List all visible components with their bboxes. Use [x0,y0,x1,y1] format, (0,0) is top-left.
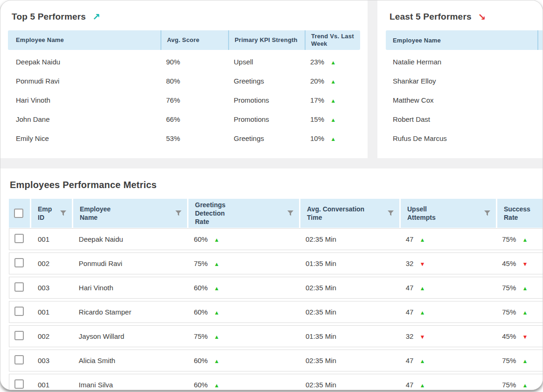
greetings-rate-value: 60% [194,381,208,389]
upsell-attempts-value: 47 [406,357,414,364]
upsell-attempts-cell: 47 ▲ [399,357,496,364]
success-rate-value: 45% [502,259,516,267]
employee-name-cell: Robert Dast [393,115,430,123]
avg-conversation-time-cell: 02:35 Min [299,357,399,364]
employee-name-cell: Deepak Naidu [72,235,188,243]
employee-name-cell: Matthew Cox [393,96,434,104]
trend-triangle-icon: ▲ [522,285,528,292]
metrics-table: Emp ID Employee Name Greetings Detection… [9,199,543,390]
success-rate-cell: 45% ▼ [495,259,543,267]
table-row: Emily Nice 53% Greetings 10% ▲ [8,129,360,148]
avg-conversation-time-cell: 02:35 Min [299,308,399,316]
table-row: Matthew Cox [386,91,535,110]
primary-kpi-cell: Promotions [228,115,305,123]
emp-id-cell: 003 [30,357,72,364]
trend-triangle-icon: ▲ [214,358,220,364]
trend-value: 20% [310,77,324,85]
checkbox-cell [9,282,30,293]
column-header-primary-kpi-strength: Primary KPI Strength [228,30,305,50]
primary-kpi-cell: Upsell [228,58,305,66]
row-checkbox[interactable] [14,307,24,316]
table-row: 002 Ponmudi Ravi 75% ▲ 01:35 Min 32 ▼ 45… [9,252,543,274]
success-rate-value: 75% [502,381,516,389]
avg-conversation-time-cell: 02:35 Min [299,381,399,389]
table-row: John Dane 66% Promotions 15% ▲ [8,110,360,129]
least-performers-table-body: Natalie Herman Shankar Elloy Matthew Cox… [386,50,535,148]
row-checkbox[interactable] [14,355,24,364]
emp-id-cell: 001 [30,308,72,316]
employee-name-cell: Imani Silva [72,381,188,389]
table-row: Deepak Naidu 90% Upsell 23% ▲ [8,52,360,71]
greetings-rate-cell: 75% ▲ [187,332,299,340]
primary-kpi-cell: Greetings [228,134,305,142]
greetings-rate-value: 60% [194,357,208,364]
primary-kpi-cell: Greetings [228,77,305,85]
filter-icon[interactable] [484,210,490,216]
metrics-title: Employees Performance Metrics [10,180,543,190]
trend-triangle-icon: ▲ [214,334,220,340]
top-row: Top 5 Performers ↗ Employee Name Avg. Sc… [0,0,543,158]
employee-name-cell: Alicia Smith [72,357,188,364]
success-rate-cell: 75% ▲ [495,381,543,389]
trend-triangle-icon: ▼ [522,334,528,340]
top-performers-table-body: Deepak Naidu 90% Upsell 23% ▲ Ponmudi Ra… [8,50,360,148]
success-rate-cell: 75% ▲ [495,308,543,316]
employee-name-cell: Hari Vinoth [8,96,160,104]
top-performers-title: Top 5 Performers ↗ [12,12,360,22]
trend-triangle-icon: ▲ [419,309,425,316]
metrics-section: Employees Performance Metrics Emp ID Emp… [0,168,543,390]
dashboard-frame: Top 5 Performers ↗ Employee Name Avg. Sc… [0,0,543,390]
trend-triangle-icon: ▲ [330,136,336,142]
primary-kpi-cell: Promotions [228,96,305,104]
upsell-attempts-value: 32 [406,332,414,340]
trend-triangle-icon: ▼ [419,261,425,267]
table-row: 001 Imani Silva 60% ▲ 02:35 Min 47 ▲ 75%… [9,374,543,390]
table-row: 001 Ricardo Stamper 60% ▲ 02:35 Min 47 ▲… [9,301,543,323]
avg-conversation-time-cell: 02:35 Min [299,235,399,243]
checkbox-cell [9,379,30,390]
row-checkbox[interactable] [14,234,24,243]
top-performers-table-header: Employee Name Avg. Score Primary KPI Str… [8,30,360,50]
select-all-checkbox[interactable] [14,209,23,218]
row-checkbox[interactable] [14,331,24,340]
trend-cell: 17% ▲ [305,96,358,104]
greetings-rate-cell: 60% ▲ [187,357,299,364]
greetings-rate-value: 60% [194,235,208,243]
filter-icon[interactable] [287,210,293,216]
employee-name-cell: Rufus De Marcus [393,134,447,142]
checkbox-cell [9,258,30,269]
emp-id-cell: 001 [30,381,72,389]
success-rate-value: 75% [502,284,516,292]
row-checkbox[interactable] [14,282,24,292]
column-header-employee-name: Employee Name [8,36,160,44]
row-checkbox[interactable] [14,379,24,389]
table-row: 002 Jayson Willard 75% ▲ 01:35 Min 32 ▼ … [9,325,543,347]
filter-icon[interactable] [175,210,181,216]
trend-cell: 20% ▲ [305,77,358,85]
trend-value: 17% [310,96,324,104]
filter-icon[interactable] [388,210,394,216]
upsell-attempts-cell: 47 ▲ [399,308,496,316]
employee-name-cell: Ponmudi Ravi [72,259,188,267]
employee-name-cell: Jayson Willard [72,332,188,340]
upsell-attempts-cell: 47 ▲ [399,235,496,243]
trend-triangle-icon: ▲ [330,98,336,104]
column-header-trend-vs-last-week: Trend Vs. Last Week [305,30,358,50]
success-rate-cell: 45% ▼ [495,332,543,340]
least-performers-title-text: Least 5 Performers [390,12,472,22]
trend-triangle-icon: ▲ [522,309,528,316]
employee-name-cell: Emily Nice [8,134,160,142]
least-performers-title: Least 5 Performers ↘ [390,12,535,22]
row-checkbox[interactable] [14,258,24,267]
trend-triangle-icon: ▲ [214,237,220,243]
upsell-attempts-cell: 47 ▲ [399,381,496,389]
employee-name-cell: Ricardo Stamper [72,308,188,316]
least-performers-table-header: Employee Name [386,30,543,50]
trend-triangle-icon: ▲ [419,237,425,243]
trend-triangle-icon: ▲ [214,309,220,316]
filter-icon[interactable] [60,210,66,216]
upsell-attempts-cell: 47 ▲ [399,284,496,292]
metrics-table-header: Emp ID Employee Name Greetings Detection… [9,199,543,228]
emp-id-cell: 001 [30,235,72,243]
table-row: 001 Deepak Naidu 60% ▲ 02:35 Min 47 ▲ 75… [9,228,543,250]
